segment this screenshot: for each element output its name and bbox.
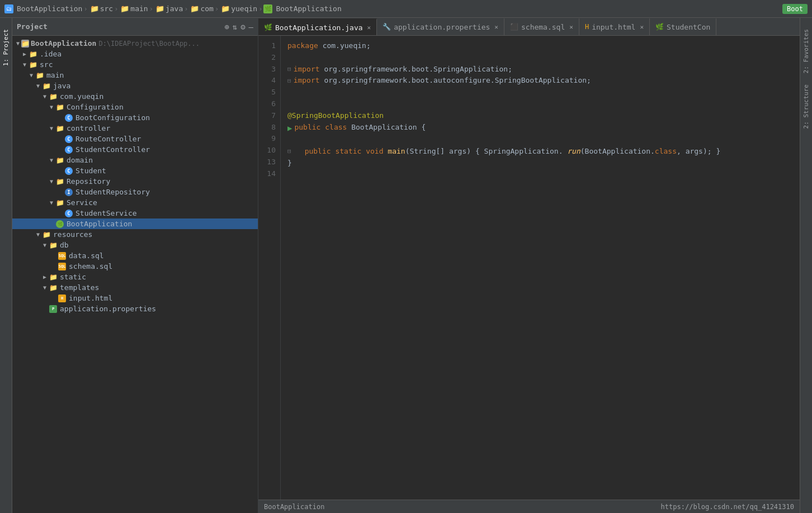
project-icon: 📁 — [21, 40, 29, 48]
tree-item-studentrepository[interactable]: I StudentRepository — [12, 187, 258, 197]
tree-item-templates[interactable]: ▼ 📁 templates — [12, 282, 258, 293]
tree-item-appprops[interactable]: P application.properties — [12, 303, 258, 314]
schemasql-label: schema.sql — [69, 262, 112, 270]
tab-application-properties[interactable]: 🔧 application.properties ✕ — [377, 18, 504, 35]
tree-item-com-yueqin[interactable]: ▼ 📁 com.yueqin — [12, 91, 258, 102]
tree-item-src[interactable]: ▼ 📁 src — [12, 59, 258, 70]
method-run: run — [567, 147, 580, 155]
fold-10[interactable]: ⊟ — [287, 146, 291, 156]
tree-item-bootapplication[interactable]: 🌿 BootApplication — [12, 218, 258, 229]
sidebar-tab-structure[interactable]: 2: Structure — [801, 79, 811, 134]
tab-label-appprops: application.properties — [394, 23, 490, 31]
code-line-8: ▶ public class BootApplication { — [287, 122, 793, 134]
run-arrow-8[interactable]: ▶ — [287, 122, 292, 134]
tree-item-domain[interactable]: ▼ 📁 domain — [12, 155, 258, 165]
run-button[interactable]: Boot — [782, 4, 808, 14]
tree-item-java[interactable]: ▼ 📁 java — [12, 80, 258, 91]
main-label: main — [46, 71, 64, 79]
tab-schema-sql[interactable]: ⬛ schema.sql ✕ — [504, 18, 579, 35]
tree-item-controller[interactable]: ▼ 📁 controller — [12, 123, 258, 134]
tree-item-main[interactable]: ▼ 📁 main — [12, 70, 258, 80]
tab-label-bootapplication: BootApplication.java — [275, 23, 363, 32]
folder-icon-yueqin: 📁 — [221, 4, 230, 13]
folder-icon-src: 📁 — [90, 4, 99, 13]
status-bar: BootApplication https://blog.csdn.net/qq… — [258, 500, 800, 513]
ln-14: 14 — [258, 168, 276, 180]
tree-item-static[interactable]: ▶ 📁 static — [12, 272, 258, 282]
pkg-import-4: org.springframework.boot.autoconfigure. — [324, 75, 494, 87]
tab-bar: 🌿 BootApplication.java ✕ 🔧 application.p… — [258, 18, 800, 36]
kw-public-10: public — [305, 147, 331, 155]
domain-arrow: ▼ — [48, 157, 55, 163]
tree-item-inputhtml[interactable]: H input.html — [12, 293, 258, 303]
status-right: https://blog.csdn.net/qq_41241310 — [661, 503, 794, 511]
cls-springbootapp: SpringBootApplication — [495, 75, 587, 87]
db-folder-icon: 📁 — [48, 241, 58, 249]
tree-item-studentservice[interactable]: C StudentService — [12, 208, 258, 218]
brace-close-class: } — [287, 158, 292, 169]
com-label: com.yueqin — [60, 92, 103, 101]
fold-3[interactable]: ⊟ — [287, 64, 291, 74]
tree-item-routecontroller[interactable]: C RouteController — [12, 134, 258, 144]
inputhtml-icon: H — [57, 294, 67, 302]
bootapp-boot-icon: 🌿 — [55, 220, 65, 228]
line-numbers: 1 2 3 4 5 6 7 8 9 10 13 14 — [258, 36, 281, 500]
sort-icon[interactable]: ⇅ — [233, 22, 237, 31]
tree-item-configuration[interactable]: ▼ 📁 Configuration — [12, 102, 258, 112]
tab-input-html[interactable]: H input.html ✕ — [579, 18, 650, 35]
route-label: RouteController — [75, 135, 141, 143]
tree-root[interactable]: ▼ 📁 BootApplication D:\IDEAProject\BootA… — [12, 38, 258, 49]
idea-arrow: ▶ — [21, 51, 28, 57]
service-arrow: ▼ — [48, 200, 55, 206]
kw-package: package — [287, 40, 318, 52]
tree-item-bootconfiguration[interactable]: C BootConfiguration — [12, 112, 258, 123]
comma-1: , — [677, 147, 681, 155]
tree-item-schemasql[interactable]: SQL schema.sql — [12, 261, 258, 272]
root-arrow: ▼ — [15, 40, 21, 46]
tab-bootapplication-java[interactable]: 🌿 BootApplication.java ✕ — [258, 18, 377, 35]
tab-icon-sql: ⬛ — [510, 23, 518, 31]
tree-item-studentcontroller[interactable]: C StudentController — [12, 144, 258, 155]
brace-open-10: { — [475, 147, 480, 155]
tab-label-inputhtml: input.html — [592, 23, 635, 31]
tree-item-student[interactable]: C Student — [12, 165, 258, 176]
folder-icon-java: 📁 — [155, 4, 164, 13]
left-side-tabs: 1: Project — [0, 18, 12, 513]
locate-icon[interactable]: ⊕ — [224, 22, 229, 31]
tab-label-studentcon: StudentCon — [667, 23, 710, 31]
code-editor[interactable]: 1 2 3 4 5 6 7 8 9 10 13 14 package com.y… — [258, 36, 800, 500]
breadcrumb-segment-0: BootApplication — [17, 4, 82, 13]
pkg-com-yueqin: com.yueqin — [323, 40, 366, 52]
sidebar-tab-favorites[interactable]: 2: Favorites — [801, 23, 811, 79]
sidebar-tab-project[interactable]: 1: Project — [1, 23, 11, 72]
tree-item-repository[interactable]: ▼ 📁 Repository — [12, 176, 258, 187]
status-left: BootApplication — [264, 503, 661, 511]
folder-icon-main: 📁 — [120, 4, 129, 13]
tree-item-resources[interactable]: ▼ 📁 resources — [12, 229, 258, 240]
tab-close-appprops[interactable]: ✕ — [494, 23, 498, 31]
domain-label: domain — [67, 156, 93, 164]
tree-item-idea[interactable]: ▶ 📁 .idea — [12, 49, 258, 59]
tab-label-schemasql: schema.sql — [521, 23, 565, 31]
tree-item-db[interactable]: ▼ 📁 db — [12, 240, 258, 250]
ln-9: 9 — [258, 133, 276, 145]
folder-icon-com: 📁 — [190, 4, 199, 13]
config-folder-icon: 📁 — [55, 103, 65, 111]
title-bar: 🗂 BootApplication › 📁 src › 📁 main › 📁 j… — [0, 0, 812, 18]
method-main: main — [388, 147, 405, 155]
tab-studentcon[interactable]: 🌿 StudentCon — [650, 18, 716, 35]
idea-folder-icon: 📁 — [28, 50, 38, 58]
settings-icon[interactable]: ⚙ — [240, 22, 245, 31]
tree-item-service[interactable]: ▼ 📁 Service — [12, 197, 258, 208]
tab-close-inputhtml[interactable]: ✕ — [640, 23, 644, 31]
tab-close-bootapplication[interactable]: ✕ — [367, 24, 371, 31]
ln-5: 5 — [258, 87, 276, 98]
studentrepo-label: StudentRepository — [75, 188, 150, 196]
semi-10: ; — [707, 147, 712, 155]
tab-close-schemasql[interactable]: ✕ — [569, 23, 573, 31]
ln-8: 8 — [258, 122, 276, 134]
tree-item-datasql[interactable]: SQL data.sql — [12, 250, 258, 261]
code-content[interactable]: package com.yueqin; ⊟ import org.springf… — [281, 36, 800, 500]
collapse-icon[interactable]: — — [249, 22, 253, 31]
fold-4[interactable]: ⊟ — [287, 76, 291, 86]
